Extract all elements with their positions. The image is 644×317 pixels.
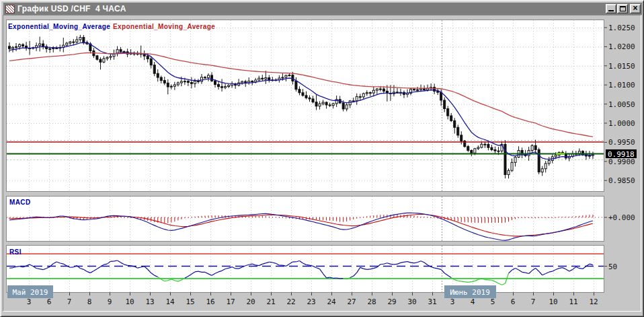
macd-label: MACD bbox=[9, 199, 31, 206]
chart-app-icon bbox=[5, 5, 15, 13]
price-tick-label: 1.0250 bbox=[608, 24, 635, 32]
month-badge-june-label: Июнь 2019 bbox=[450, 288, 490, 297]
date-tick-label: 29 bbox=[387, 297, 396, 306]
date-tick-label: 24 bbox=[327, 297, 336, 306]
price-tick-label: 0.9850 bbox=[608, 176, 635, 185]
date-tick-label: 7 bbox=[67, 297, 72, 306]
date-tick-label: 28 bbox=[367, 297, 376, 306]
date-tick-label: 12 bbox=[589, 297, 598, 306]
price-tick-label: 1.0150 bbox=[608, 62, 635, 71]
date-tick-label: 6 bbox=[47, 297, 52, 306]
window-controls: × bbox=[605, 4, 641, 13]
date-tick-label: 3 bbox=[27, 297, 32, 306]
date-tick-label: 23 bbox=[307, 297, 315, 306]
date-tick-label: 7 bbox=[531, 297, 536, 306]
rsi-axis-mid-label: 50 bbox=[608, 262, 617, 271]
date-tick-label: 10 bbox=[549, 297, 557, 306]
date-tick-label: 10 bbox=[125, 297, 134, 306]
date-tick-label: 17 bbox=[226, 297, 235, 306]
date-tick-label: 13 bbox=[145, 297, 154, 306]
minimize-button[interactable] bbox=[606, 4, 616, 13]
date-tick-label: 3 bbox=[450, 297, 455, 306]
app-window: 1.02501.02001.01501.01001.00501.00000.99… bbox=[0, 0, 644, 317]
price-tick-label: 1.0050 bbox=[608, 100, 635, 109]
price-tick-label: 1.0100 bbox=[608, 81, 635, 90]
ema-fast-label: Exponential_Moving_Average bbox=[8, 23, 110, 30]
date-tick-label: 27 bbox=[347, 297, 356, 306]
date-tick-label: 22 bbox=[286, 297, 295, 306]
chart-canvas[interactable]: 1.02501.02001.01501.01001.00501.00000.99… bbox=[1, 1, 644, 317]
date-tick-label: 11 bbox=[569, 297, 577, 306]
month-badge-may-label: Май 2019 bbox=[13, 288, 48, 297]
close-icon: × bbox=[633, 4, 637, 13]
date-tick-label: 30 bbox=[407, 297, 416, 306]
date-tick-label: 15 bbox=[186, 297, 194, 306]
macd-axis-zero-label: +0.000 bbox=[608, 213, 635, 222]
main-chart-panel[interactable] bbox=[7, 20, 604, 192]
title-bar[interactable]: График USD /CHF 4 ЧАСА × bbox=[3, 3, 642, 15]
date-tick-label: 16 bbox=[206, 297, 214, 306]
date-tick-label: 21 bbox=[266, 297, 275, 306]
date-tick-label: 31 bbox=[428, 297, 436, 306]
date-tick-label: 20 bbox=[246, 297, 255, 306]
current-price-value: 0.9918 bbox=[608, 150, 635, 159]
price-tick-label: 1.0000 bbox=[608, 119, 635, 128]
date-tick-label: 5 bbox=[491, 297, 495, 306]
window-title: График USD /CHF 4 ЧАСА bbox=[17, 4, 126, 13]
price-tick-label: 0.9950 bbox=[608, 138, 635, 147]
maximize-icon bbox=[620, 6, 626, 11]
maximize-button[interactable] bbox=[617, 4, 628, 13]
date-tick-label: 4 bbox=[471, 297, 475, 306]
price-tick-label: 1.0200 bbox=[608, 42, 635, 51]
date-tick-label: 14 bbox=[165, 297, 175, 306]
ema-slow-label: Exponential_Moving_Average bbox=[113, 23, 215, 30]
date-tick-label: 9 bbox=[108, 297, 112, 306]
rsi-label: RSI bbox=[9, 248, 22, 256]
date-tick-label: 8 bbox=[87, 297, 92, 306]
date-tick-label: 6 bbox=[511, 297, 516, 306]
close-button[interactable]: × bbox=[630, 4, 641, 13]
minimize-icon bbox=[608, 10, 614, 11]
